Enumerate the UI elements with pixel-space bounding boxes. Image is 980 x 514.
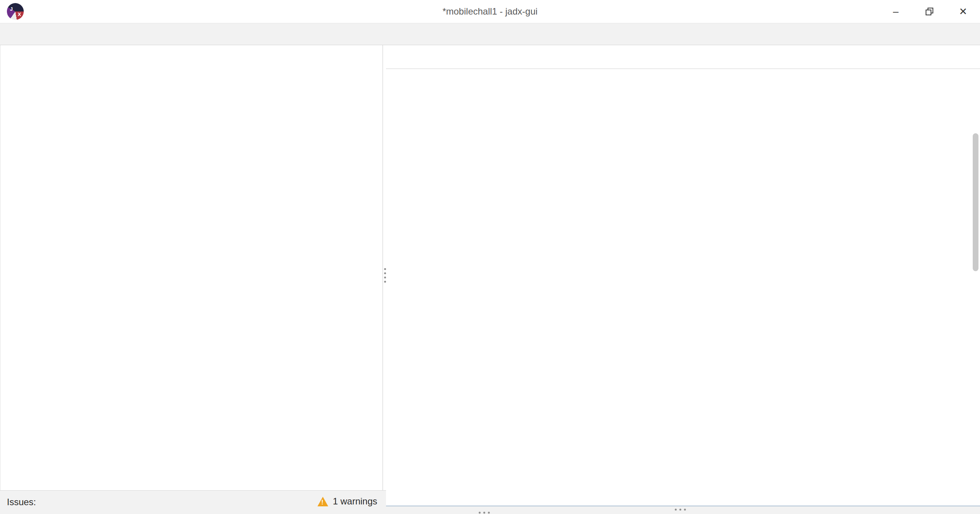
xml-code <box>386 69 980 72</box>
warning-count: 1 warnings <box>333 496 377 507</box>
jadx-logo-icon: JX <box>7 3 24 20</box>
horizontal-scrollbar-grip[interactable] <box>479 512 490 514</box>
warnings-summary[interactable]: ! 1 warnings <box>0 496 377 507</box>
minimize-button[interactable]: – <box>879 0 913 23</box>
title-bar: JX *mobilechall1 - jadx-gui – ✕ <box>0 0 980 23</box>
code-area[interactable] <box>386 69 980 506</box>
window-title: *mobilechall1 - jadx-gui <box>442 6 537 17</box>
window-controls: – ✕ <box>879 0 980 23</box>
file-tree-panel[interactable] <box>0 45 383 490</box>
tab-bar <box>386 45 980 69</box>
editor-panel <box>386 45 980 506</box>
warning-icon: ! <box>317 497 328 506</box>
restore-button[interactable] <box>913 0 946 23</box>
horizontal-splitter-grip[interactable] <box>675 509 686 511</box>
toolbar <box>0 23 980 45</box>
vertical-scrollbar-thumb[interactable] <box>973 133 978 271</box>
jadx-gui-window: JX *mobilechall1 - jadx-gui – ✕ Issues: … <box>0 0 980 514</box>
restore-icon <box>926 8 933 15</box>
close-button[interactable]: ✕ <box>946 0 980 23</box>
